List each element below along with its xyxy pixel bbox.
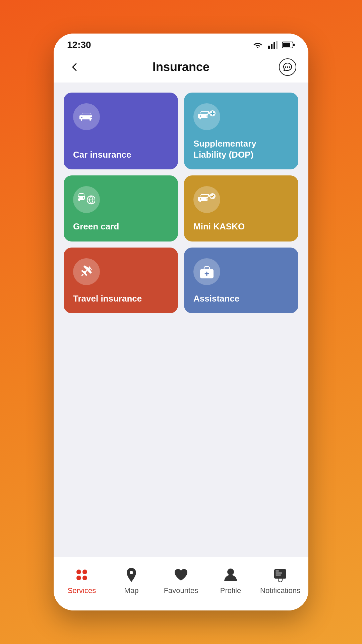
assistance-label: Assistance xyxy=(193,293,239,304)
svg-rect-25 xyxy=(276,573,282,574)
svg-point-18 xyxy=(82,570,87,574)
wifi-icon xyxy=(252,41,263,49)
back-button[interactable] xyxy=(66,58,83,76)
svg-point-7 xyxy=(285,66,286,68)
car-globe-icon xyxy=(78,193,95,207)
status-time: 12:30 xyxy=(67,40,91,50)
insurance-grid: Car insurance SupplementaryLiability (DO… xyxy=(64,93,298,313)
supplementary-label: SupplementaryLiability (DOP) xyxy=(193,138,256,160)
notifications-nav-label: Notifications xyxy=(260,586,300,595)
car-check-icon xyxy=(198,193,216,206)
nav-item-favourites[interactable]: Favourites xyxy=(156,566,206,595)
nav-item-map[interactable]: Map xyxy=(107,566,156,595)
page-title: Insurance xyxy=(153,60,209,74)
car-plus-icon xyxy=(198,110,216,123)
bottom-nav: Services Map Favourites xyxy=(54,557,308,610)
profile-icon xyxy=(222,566,239,584)
svg-point-9 xyxy=(289,66,290,68)
car-icon xyxy=(79,111,94,123)
header: Insurance xyxy=(54,53,308,83)
card-assistance[interactable]: Assistance xyxy=(184,248,298,314)
svg-point-20 xyxy=(82,576,87,580)
travel-icon-wrap xyxy=(73,258,100,285)
nav-item-profile[interactable]: Profile xyxy=(206,566,255,595)
card-green-card[interactable]: Green card xyxy=(64,175,178,241)
car-insurance-label: Car insurance xyxy=(73,149,131,160)
svg-rect-2 xyxy=(274,42,275,49)
nav-item-services[interactable]: Services xyxy=(57,566,107,595)
svg-rect-5 xyxy=(293,44,295,46)
card-mini-kasko[interactable]: Mini KASKO xyxy=(184,175,298,241)
plane-icon xyxy=(79,264,94,279)
back-arrow-icon xyxy=(69,62,79,72)
card-car-insurance[interactable]: Car insurance xyxy=(64,93,178,169)
mini-kasko-label: Mini KASKO xyxy=(193,221,245,232)
svg-rect-26 xyxy=(276,575,281,576)
svg-rect-3 xyxy=(276,41,278,49)
chat-button[interactable] xyxy=(279,58,296,76)
assistance-icon-wrap xyxy=(193,258,220,285)
content-area: Car insurance SupplementaryLiability (DO… xyxy=(54,83,308,557)
svg-rect-6 xyxy=(283,43,290,47)
status-icons xyxy=(252,41,295,49)
car-insurance-icon-wrap xyxy=(73,103,100,130)
signal-icon xyxy=(268,41,278,49)
svg-point-8 xyxy=(287,66,288,68)
svg-rect-24 xyxy=(276,571,279,572)
nav-item-notifications[interactable]: Notifications xyxy=(255,566,305,595)
services-icon xyxy=(73,566,90,584)
svg-point-17 xyxy=(76,570,81,574)
phone-frame: 12:30 In xyxy=(54,34,308,610)
map-icon xyxy=(123,566,140,584)
svg-point-19 xyxy=(76,576,81,580)
status-bar: 12:30 xyxy=(54,34,308,53)
battery-icon xyxy=(282,41,295,49)
chat-icon xyxy=(283,62,292,72)
svg-point-21 xyxy=(130,571,133,574)
card-travel-insurance[interactable]: Travel insurance xyxy=(64,248,178,314)
svg-rect-0 xyxy=(268,46,270,49)
services-nav-label: Services xyxy=(68,586,96,595)
profile-nav-label: Profile xyxy=(220,586,241,595)
card-supplementary[interactable]: SupplementaryLiability (DOP) xyxy=(184,93,298,169)
svg-point-22 xyxy=(227,569,234,575)
notifications-icon xyxy=(272,566,289,584)
mini-kasko-icon-wrap xyxy=(193,186,220,213)
briefcase-icon xyxy=(199,265,215,279)
svg-rect-1 xyxy=(271,44,273,49)
travel-insurance-label: Travel insurance xyxy=(73,293,142,304)
green-card-label: Green card xyxy=(73,221,119,232)
favourites-nav-label: Favourites xyxy=(164,586,198,595)
supplementary-icon-wrap xyxy=(193,103,220,130)
map-nav-label: Map xyxy=(124,586,139,595)
green-card-icon-wrap xyxy=(73,186,100,213)
heart-icon xyxy=(172,566,190,584)
